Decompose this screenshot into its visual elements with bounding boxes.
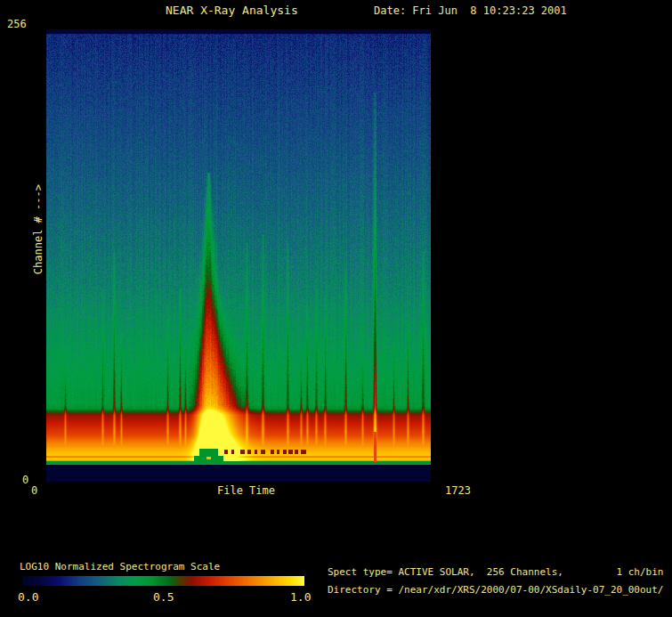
near-xray-window: { "window": {"background": "#000000", "t… [0, 0, 672, 617]
spectrogram-canvas [46, 29, 431, 482]
colorbar-tick-max: 1.0 [290, 591, 311, 604]
y-axis-min-label: 0 [22, 475, 28, 486]
directory-line: Directory = /near/xdr/XRS/2000/07-00/XSd… [328, 585, 664, 596]
colorbar-canvas [22, 576, 304, 586]
window-title: NEAR X-Ray Analysis [166, 4, 298, 17]
legend-title: LOG10 Normalized Spectrogram Scale [20, 562, 220, 572]
spect-type-line: Spect type= ACTIVE SOLAR, 256 Channels, … [328, 567, 664, 578]
x-axis-min-label: 0 [31, 485, 37, 497]
colorbar-tick-min: 0.0 [18, 591, 38, 604]
x-axis-title: File Time [217, 485, 275, 497]
x-axis-max-label: 1723 [445, 485, 471, 497]
date-label: Date: Fri Jun 8 10:23:23 2001 [374, 5, 567, 17]
y-axis-max-label: 256 [7, 19, 27, 30]
y-axis-title: Channel # ---> [33, 167, 45, 292]
colorbar-tick-mid: 0.5 [153, 591, 174, 604]
